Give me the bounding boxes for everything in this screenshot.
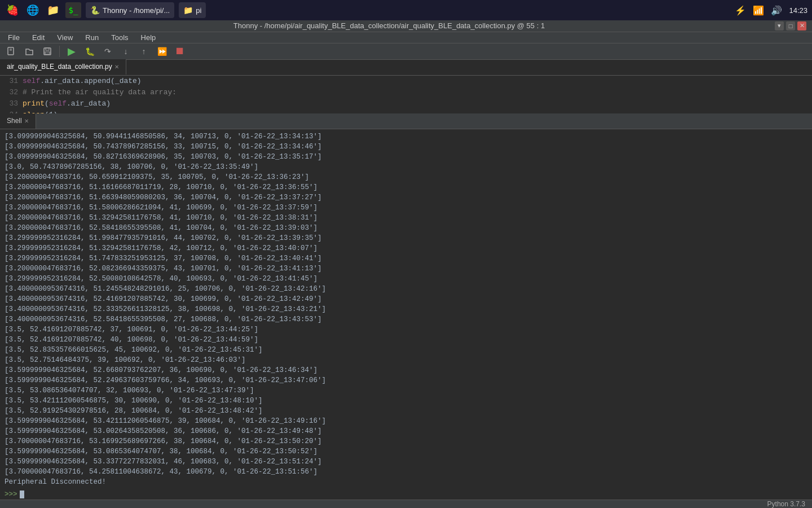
shell-output-line: Peripheral Disconnected! xyxy=(5,477,807,487)
minimize-button[interactable]: ▾ xyxy=(775,21,784,30)
shell-output-line: [3.5, 52.75146484375, 39, 100692, 0, '01… xyxy=(5,355,807,365)
shell-output-line: [3.4000000953674316, 51.245548248291016,… xyxy=(5,284,807,294)
shell-output-line: [3.700000047683716, 54.25811004638672, 4… xyxy=(5,467,807,477)
shell-output-line: [3.0, 50.74378967285156, 38, 100706, 0, … xyxy=(5,162,807,172)
shell-output-line: [3.5, 52.919254302978516, 28, 100684, 0,… xyxy=(5,406,807,416)
shell-output-line: [3.5, 52.41691207885742, 40, 100698, 0, … xyxy=(5,335,807,345)
menu-view[interactable]: View xyxy=(51,32,78,43)
shell-output-line: [3.5, 52.835357666015625, 45, 100692, 0,… xyxy=(5,345,807,355)
toolbar-sep-1 xyxy=(59,46,60,57)
shell-tab-close[interactable]: ✕ xyxy=(24,118,29,124)
editor-tabbar: air_quality_BLE_data_collection.py ✕ xyxy=(0,60,812,76)
taskbar-right: ⚡ 📶 🔊 14:23 xyxy=(735,5,807,16)
shell-output-line: [3.5999999046325684, 53.00264358520508, … xyxy=(5,426,807,436)
shell-prompt: >>> xyxy=(5,491,17,498)
code-line-31: 31 self.air_data.append(_date) xyxy=(0,76,812,87)
shell-output-line: [3.200000047683716, 52.58418655395508, 4… xyxy=(5,223,807,233)
shell-output-line: [3.200000047683716, 52.082366943359375, … xyxy=(5,264,807,274)
browser-icon[interactable]: 🌐 xyxy=(25,2,41,18)
wifi-icon[interactable]: 📶 xyxy=(753,5,764,16)
menu-file[interactable]: File xyxy=(2,32,25,43)
window-titlebar: Thonny - /home/pi/air_quality_BLE_data_c… xyxy=(0,20,812,32)
shell-tab-label: Shell xyxy=(7,117,22,125)
toolbar: ▶ 🐛 ↷ ↓ ↑ ⏩ ⏹ xyxy=(0,43,812,60)
raspberry-icon[interactable]: 🍓 xyxy=(5,2,20,18)
shell-cursor xyxy=(20,491,24,498)
tab-close-0[interactable]: ✕ xyxy=(114,64,119,70)
code-line-32: 32 # Print the air quality data array: xyxy=(0,87,812,98)
volume-icon[interactable]: 🔊 xyxy=(771,5,782,16)
step-out-button[interactable]: ↑ xyxy=(136,43,152,59)
shell-output-line: [3.299999952316284, 51.32942581176758, 4… xyxy=(5,243,807,253)
shell-output-line: [3.5999999046325684, 53.421112060546875,… xyxy=(5,416,807,426)
shell-output-line: [3.299999952316284, 51.998477935791016, … xyxy=(5,233,807,243)
shell-output-line: [3.700000047683716, 53.169925689697266, … xyxy=(5,436,807,446)
svg-rect-5 xyxy=(45,52,50,54)
save-file-button[interactable] xyxy=(39,43,55,59)
debug-button[interactable]: 🐛 xyxy=(82,43,98,59)
editor-tab-0[interactable]: air_quality_BLE_data_collection.py ✕ xyxy=(0,59,126,75)
shell-output-line: [3.4000000953674316, 52.58418655395508, … xyxy=(5,314,807,325)
shell-output-line: [3.0999999046325684, 50.82716369628906, … xyxy=(5,152,807,162)
shell-output-line: [3.4000000953674316, 52.333526611328125,… xyxy=(5,304,807,314)
menubar: File Edit View Run Tools Help xyxy=(0,32,812,43)
code-line-34: 34 sleep(1) xyxy=(0,110,812,113)
code-editor[interactable]: 31 self.air_data.append(_date) 32 # Prin… xyxy=(0,76,812,113)
shell-tabbar: Shell ✕ xyxy=(0,113,812,129)
window-title: Thonny - /home/pi/air_quality_BLE_data_c… xyxy=(6,21,773,30)
taskbar: 🍓 🌐 📁 $_ 🐍 Thonny - /home/pi/... 📁 pi ⚡ … xyxy=(0,0,812,20)
shell-output-line: [3.299999952316284, 52.50080108642578, 4… xyxy=(5,274,807,284)
new-file-button[interactable] xyxy=(3,43,19,59)
open-file-button[interactable] xyxy=(21,43,37,59)
shell-output-line: [3.299999952316284, 51.747833251953125, … xyxy=(5,253,807,264)
shell-output-line: [3.0999999046325684, 50.74378967285156, … xyxy=(5,142,807,152)
shell-output-line: [3.5999999046325684, 53.33772277832031, … xyxy=(5,457,807,467)
statusbar: Python 3.7.3 xyxy=(0,500,812,508)
shell-prompt-line: >>> xyxy=(0,489,812,500)
close-button[interactable]: ✕ xyxy=(797,21,806,30)
shell-output-line: [3.5, 53.421112060546875, 30, 100690, 0,… xyxy=(5,396,807,406)
menu-edit[interactable]: Edit xyxy=(27,32,50,43)
menu-tools[interactable]: Tools xyxy=(105,32,134,43)
clock: 14:23 xyxy=(789,6,807,15)
code-line-33: 33 print(self.air_data) xyxy=(0,98,812,110)
shell-tab[interactable]: Shell ✕ xyxy=(0,113,36,129)
step-into-button[interactable]: ↓ xyxy=(118,43,134,59)
shell-output-line: [3.200000047683716, 51.58006286621094, 4… xyxy=(5,203,807,213)
shell-output-line: [3.5999999046325684, 52.249637603759766,… xyxy=(5,375,807,386)
files-icon[interactable]: 📁 xyxy=(45,2,61,18)
shell-output[interactable]: [3.0999999046325684, 50.99441146850586, … xyxy=(0,129,812,489)
shell-output-line: [3.200000047683716, 50.659912109375, 35,… xyxy=(5,172,807,182)
svg-rect-0 xyxy=(8,47,14,55)
shell-output-line: [3.200000047683716, 51.16166687011719, 2… xyxy=(5,182,807,192)
shell-output-line: [3.200000047683716, 51.663948059080203, … xyxy=(5,192,807,203)
shell-output-line: [3.5999999046325684, 53.0865364074707, 3… xyxy=(5,446,807,457)
shell-panel: Shell ✕ [3.0999999046325684, 50.99441146… xyxy=(0,113,812,500)
menu-help[interactable]: Help xyxy=(135,32,162,43)
shell-output-line: [3.5, 52.41691207885742, 37, 100691, 0, … xyxy=(5,325,807,335)
terminal-icon[interactable]: $_ xyxy=(65,2,81,18)
shell-output-line: [3.0999999046325684, 50.99441146850586, … xyxy=(5,132,807,142)
pi-folder-label: pi xyxy=(196,6,201,15)
bluetooth-icon[interactable]: ⚡ xyxy=(735,5,746,16)
thonny-label: Thonny - /home/pi/... xyxy=(103,6,170,15)
menu-run[interactable]: Run xyxy=(80,32,104,43)
shell-output-line: [3.4000000953674316, 52.41691207885742, … xyxy=(5,294,807,304)
thonny-taskbar-btn[interactable]: 🐍 Thonny - /home/pi/... xyxy=(86,2,174,18)
shell-output-line: [3.5, 53.0865364074707, 32, 100693, 0, '… xyxy=(5,386,807,396)
shell-output-line: [3.5999999046325684, 52.6680793762207, 3… xyxy=(5,365,807,375)
resume-button[interactable]: ⏩ xyxy=(154,43,170,59)
step-over-button[interactable]: ↷ xyxy=(100,43,116,59)
shell-output-line: [3.200000047683716, 51.32942581176758, 4… xyxy=(5,213,807,223)
tab-label-0: air_quality_BLE_data_collection.py xyxy=(7,63,112,71)
python-version: Python 3.7.3 xyxy=(767,500,805,508)
stop-button[interactable]: ⏹ xyxy=(172,43,188,59)
pi-folder-btn[interactable]: 📁 pi xyxy=(179,2,206,18)
maximize-button[interactable]: □ xyxy=(786,21,795,30)
run-button[interactable]: ▶ xyxy=(64,43,80,59)
